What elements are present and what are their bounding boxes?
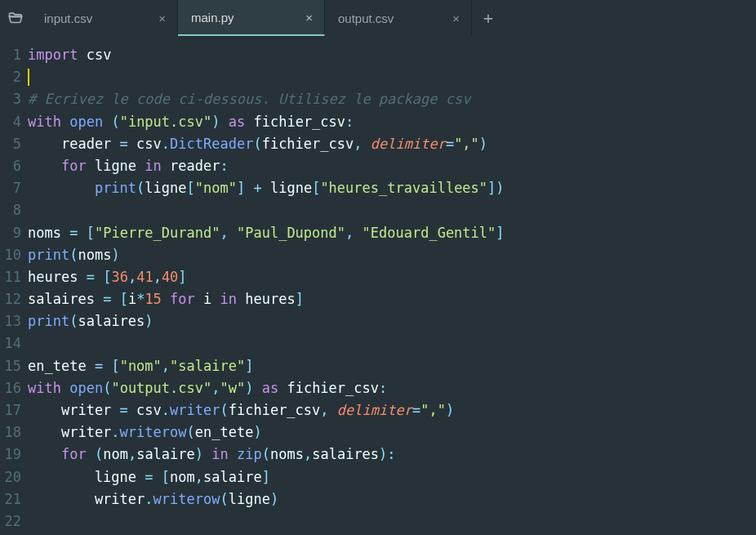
- token-fn: open: [69, 380, 103, 396]
- plus-icon: +: [483, 8, 493, 28]
- token-var: ligne: [28, 469, 145, 485]
- code-line[interactable]: [28, 66, 756, 88]
- token-op: ,: [211, 380, 220, 396]
- token-str: "nom": [120, 358, 162, 374]
- token-op: [: [111, 358, 119, 374]
- line-number: 22: [0, 510, 21, 533]
- token-var: [103, 114, 111, 130]
- token-fn: writerow: [153, 491, 220, 507]
- tab-label: input.csv: [44, 11, 92, 25]
- code-line[interactable]: noms = ["Pierre_Durand", "Paul_Dupond", …: [28, 222, 756, 244]
- token-op: (: [136, 180, 145, 196]
- token-var: [28, 446, 61, 462]
- token-op: ,: [345, 225, 354, 241]
- code-line[interactable]: # Ecrivez le code ci-dessous. Utilisez l…: [28, 88, 756, 110]
- token-var: [153, 469, 162, 485]
- new-tab-button[interactable]: +: [472, 0, 505, 36]
- token-fn: print: [28, 247, 69, 263]
- token-var: salaires: [28, 291, 103, 307]
- token-op: [: [187, 180, 195, 196]
- code-line[interactable]: print(noms): [28, 244, 756, 266]
- token-var: noms: [28, 225, 69, 241]
- token-op: ): [270, 491, 278, 507]
- code-line[interactable]: writer.writerow(en_tete): [28, 421, 756, 444]
- token-kw: with: [28, 380, 61, 396]
- code-line[interactable]: print(ligne["nom"] + ligne["heures_trava…: [28, 177, 756, 199]
- open-file-button[interactable]: [0, 0, 31, 36]
- token-op: ): [479, 136, 487, 152]
- token-var: ligne: [229, 491, 270, 507]
- token-op: (: [253, 136, 261, 152]
- token-var: [87, 446, 95, 462]
- code-line[interactable]: writer.writerow(ligne): [28, 488, 756, 510]
- token-op: ]: [245, 358, 253, 374]
- token-op: (: [69, 247, 78, 263]
- code-line[interactable]: with open ("input.csv") as fichier_csv:: [28, 111, 756, 133]
- close-icon[interactable]: ×: [452, 11, 460, 25]
- token-var: [229, 446, 237, 462]
- close-icon[interactable]: ×: [305, 11, 313, 25]
- token-str: "nom": [195, 180, 237, 196]
- token-num: 41: [136, 269, 153, 285]
- token-num: 15: [145, 291, 161, 307]
- code-line[interactable]: salaires = [i*15 for i in heures]: [28, 288, 756, 310]
- token-op: *: [136, 291, 145, 307]
- token-str: "input.csv": [120, 114, 212, 130]
- token-var: [103, 358, 111, 374]
- code-line[interactable]: for (nom,salaire) in zip(noms,salaires):: [28, 444, 756, 466]
- line-number: 5: [0, 133, 21, 155]
- line-number: 10: [0, 244, 21, 266]
- token-str: "output.csv": [111, 380, 211, 396]
- token-var: [28, 158, 61, 174]
- code-line[interactable]: import csv: [28, 44, 756, 66]
- code-editor[interactable]: 12345678910111213141516171819202122 impo…: [0, 36, 756, 535]
- line-number: 15: [0, 355, 21, 377]
- code-line[interactable]: en_tete = ["nom","salaire"]: [28, 355, 756, 377]
- close-icon[interactable]: ×: [158, 11, 166, 25]
- code-line[interactable]: [28, 199, 756, 221]
- code-line[interactable]: reader = csv.DictReader(fichier_csv, del…: [28, 133, 756, 155]
- token-op: (: [187, 424, 195, 440]
- code-line[interactable]: for ligne in reader:: [28, 155, 756, 177]
- token-var: salaires: [78, 313, 145, 329]
- token-var: noms: [78, 247, 111, 263]
- line-number: 11: [0, 266, 21, 288]
- token-op: ):: [379, 446, 395, 462]
- tab-output-csv[interactable]: output.csv×: [325, 0, 472, 36]
- line-number: 18: [0, 421, 21, 444]
- code-line[interactable]: [28, 510, 756, 533]
- code-line[interactable]: [28, 332, 756, 354]
- token-var: [28, 180, 95, 196]
- folder-open-icon: [7, 10, 24, 26]
- token-op: ]): [487, 180, 504, 196]
- code-line[interactable]: print(salaires): [28, 310, 756, 332]
- token-var: [61, 380, 69, 396]
- tab-input-csv[interactable]: input.csv×: [31, 0, 178, 36]
- line-number: 19: [0, 444, 21, 466]
- line-number: 4: [0, 111, 21, 133]
- token-var: en_tete: [28, 358, 95, 374]
- code-line[interactable]: ligne = [nom,salaire]: [28, 466, 756, 488]
- token-op: ]: [296, 291, 304, 307]
- token-op: (: [220, 491, 228, 507]
- tab-main-py[interactable]: main.py×: [178, 0, 325, 36]
- line-number: 9: [0, 222, 21, 244]
- token-op: (: [262, 446, 270, 462]
- token-op: [: [103, 269, 111, 285]
- token-var: reader: [28, 136, 120, 152]
- token-op: ,: [153, 269, 162, 285]
- text-cursor: [28, 69, 29, 86]
- token-var: [354, 225, 362, 241]
- token-var: noms: [270, 446, 304, 462]
- token-var: fichier_csv: [262, 136, 354, 152]
- code-line[interactable]: heures = [36,41,40]: [28, 266, 756, 288]
- code-line[interactable]: with open("output.csv","w") as fichier_c…: [28, 377, 756, 399]
- token-var: ligne: [87, 158, 145, 174]
- code-line[interactable]: writer = csv.writer(fichier_csv, delimit…: [28, 399, 756, 421]
- line-number: 8: [0, 199, 21, 221]
- token-fn: writerow: [120, 424, 187, 440]
- token-var: heures: [237, 291, 296, 307]
- token-var: en_tete: [195, 424, 254, 440]
- token-fn: DictReader: [170, 136, 253, 152]
- code-area[interactable]: import csv# Ecrivez le code ci-dessous. …: [26, 36, 756, 535]
